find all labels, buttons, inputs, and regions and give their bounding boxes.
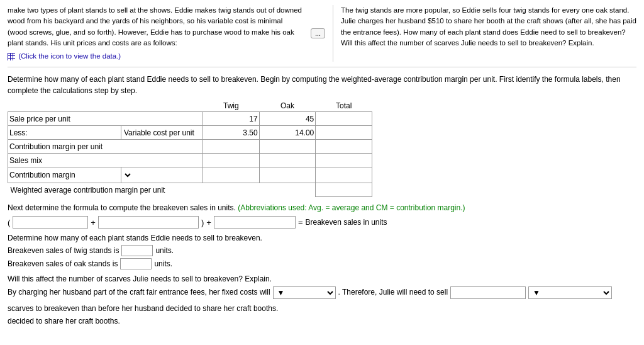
formula-section: Next determine the formula to compute th…: [8, 203, 636, 229]
sale-price-label: Sale price per unit: [8, 112, 203, 126]
table-row-cm-per-unit: Contribution margin per unit: [8, 140, 372, 154]
variable-cost-total: [316, 126, 372, 140]
open-paren: (: [8, 218, 10, 227]
cm-per-unit-label: Contribution margin per unit: [8, 140, 203, 154]
contrib-margin-oak-cell[interactable]: [259, 167, 316, 183]
sale-price-total: [316, 112, 372, 126]
top-right-paragraph: The twig stands are more popular, so Edd…: [341, 5, 636, 48]
breakeven-section: Determine how many of each plant stands …: [8, 234, 636, 269]
contribution-margin-select-cell[interactable]: ▼: [121, 167, 203, 183]
cm-total-cell: [316, 140, 372, 154]
col-header-total: Total: [316, 100, 372, 112]
sales-mix-oak-input[interactable]: [261, 156, 314, 166]
top-left-text: make two types of plant stands to sell a…: [8, 5, 303, 62]
sales-mix-total-cell: [316, 154, 372, 167]
julie-dropdown-1[interactable]: ▼ increase decrease not change: [273, 286, 336, 299]
breakeven-oak-input[interactable]: [120, 258, 152, 269]
cm-total-input[interactable]: [317, 142, 370, 152]
contrib-margin-oak-input[interactable]: [261, 170, 314, 180]
formula-plus-2: +: [206, 218, 211, 227]
variable-cost-oak: 14.00: [259, 126, 316, 140]
table-row-sales-mix: Sales mix: [8, 154, 372, 167]
section-title: Determine how many of each plant stand E…: [8, 74, 636, 96]
table-row-sale-price: Sale price per unit 17 45: [8, 112, 372, 126]
formula-note: (Abbreviations used: Avg. = average and …: [238, 203, 465, 212]
julie-line-1: By charging her husband part of the craf…: [8, 286, 636, 315]
contrib-margin-total-cell: [316, 167, 372, 183]
sale-price-oak: 45: [259, 112, 316, 126]
breakeven-title: Determine how many of each plant stands …: [8, 234, 636, 242]
cm-oak-cell[interactable]: [259, 140, 316, 154]
col-header-empty2: [121, 100, 203, 112]
formula-input-3[interactable]: [214, 216, 296, 229]
sales-mix-oak-cell[interactable]: [259, 154, 316, 167]
sales-mix-label: Sales mix: [8, 154, 203, 167]
table-row-variable-cost: Less: Variable cost per unit 3.50 14.00: [8, 126, 372, 140]
variable-cost-label: Variable cost per unit: [121, 126, 203, 140]
breakeven-twig-label: Breakeven sales of twig stands is: [8, 246, 119, 255]
top-left-paragraph: make two types of plant stands to sell a…: [8, 5, 303, 48]
julie-section: Will this affect the number of scarves J…: [8, 274, 636, 325]
main-table-container: Twig Oak Total Sale price per unit 17 45…: [8, 100, 636, 197]
julie-sell-input[interactable]: [450, 286, 526, 299]
weighted-avg-oak-empty: [259, 183, 316, 197]
formula-input-2[interactable]: [98, 216, 199, 229]
sales-mix-total-input[interactable]: [317, 156, 370, 166]
breakeven-oak-label: Breakeven sales of oak stands is: [8, 259, 118, 268]
decided-line: decided to share her craft booths.: [8, 317, 636, 325]
grid-icon: [8, 53, 15, 60]
sale-price-twig: 17: [203, 112, 260, 126]
julie-line2-suffix: scarves to breakeven than before her hus…: [8, 302, 278, 316]
breakeven-twig-input[interactable]: [121, 245, 153, 256]
weighted-avg-twig-empty: [203, 183, 260, 197]
table-row-contribution-margin: Contribution margin ▼: [8, 167, 372, 183]
weighted-avg-total-cell: [316, 183, 372, 197]
calculation-table: Twig Oak Total Sale price per unit 17 45…: [8, 100, 372, 197]
contrib-margin-twig-input[interactable]: [204, 170, 258, 180]
col-header-oak: Oak: [259, 100, 316, 112]
julie-question: Will this affect the number of scarves J…: [8, 274, 636, 283]
top-right-text: The twig stands are more popular, so Edd…: [333, 5, 636, 62]
formula-plus-1: +: [91, 218, 96, 227]
formula-row: ( + ) + = Breakeven sales in units: [8, 216, 636, 229]
breakeven-twig-line: Breakeven sales of twig stands is units.: [8, 245, 636, 256]
contrib-margin-total-input[interactable]: [317, 170, 370, 180]
sales-mix-twig-input[interactable]: [204, 156, 258, 166]
contribution-margin-label: Contribution margin: [8, 167, 121, 183]
formula-result-label: Breakeven sales in units: [305, 218, 387, 227]
breakeven-oak-line: Breakeven sales of oak stands is units.: [8, 258, 636, 269]
contribution-margin-dropdown[interactable]: ▼: [123, 168, 133, 182]
table-row-weighted-avg: Weighted average contribution margin per…: [8, 183, 372, 197]
breakeven-twig-units: units.: [155, 246, 174, 255]
variable-cost-twig: 3.50: [203, 126, 260, 140]
col-header-empty1: [8, 100, 121, 112]
formula-title: Next determine the formula to compute th…: [8, 203, 636, 212]
sales-mix-twig-cell[interactable]: [203, 154, 260, 167]
cm-twig-cell[interactable]: [203, 140, 260, 154]
variable-cost-total-input[interactable]: [317, 128, 370, 138]
julie-dropdown-2[interactable]: ▼ more fewer the same number of: [528, 286, 612, 299]
formula-input-1[interactable]: [13, 216, 88, 229]
sale-price-total-input[interactable]: [317, 114, 370, 124]
weighted-avg-label: Weighted average contribution margin per…: [8, 183, 203, 197]
cm-twig-input[interactable]: [204, 142, 258, 152]
formula-equals: =: [298, 218, 303, 227]
data-icon-link[interactable]: (Click the icon to view the data.): [8, 52, 121, 60]
weighted-avg-total-input[interactable]: [317, 185, 370, 195]
cm-oak-input[interactable]: [261, 142, 314, 152]
less-label: Less:: [8, 126, 121, 140]
ellipsis-button[interactable]: ...: [311, 28, 325, 38]
col-header-twig: Twig: [203, 100, 260, 112]
julie-line1-prefix: By charging her husband part of the craf…: [8, 286, 270, 300]
close-paren: ): [201, 218, 204, 227]
julie-line1-suffix: . Therefore, Julie will need to sell: [338, 286, 448, 300]
contrib-margin-twig-cell[interactable]: [203, 167, 260, 183]
breakeven-oak-units: units.: [154, 259, 172, 268]
